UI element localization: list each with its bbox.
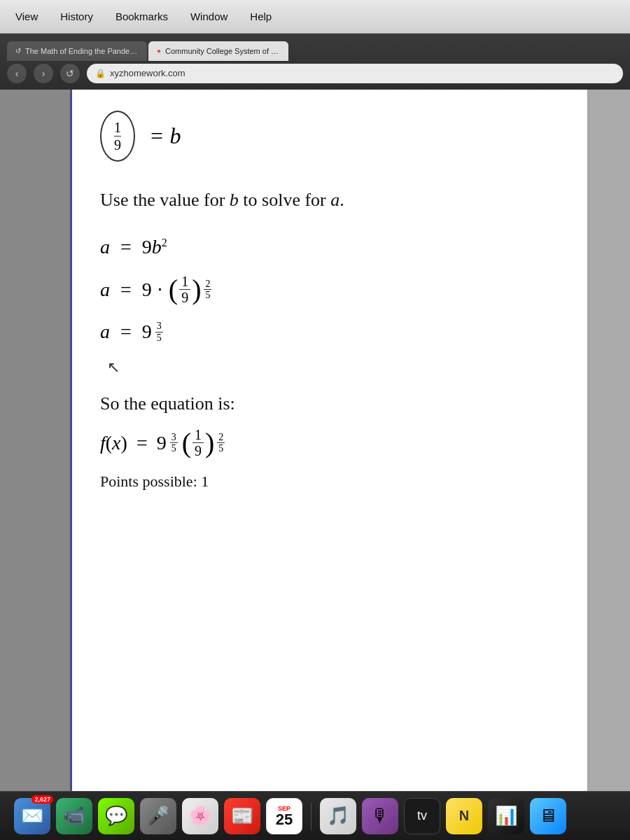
dock-messages[interactable]: 💬 [98, 798, 134, 834]
main-content: 1 9 = b Use the value for b to solve for… [0, 90, 630, 791]
address-text: xyzhomework.com [110, 68, 186, 78]
right-sidebar [588, 90, 630, 791]
dock-mail[interactable]: ✉️ 2,627 [14, 798, 50, 834]
equation-line-2: a = 9 ⋅ ( 1 9 ) 2 5 [100, 274, 559, 305]
calendar-inner: SEP 25 [276, 805, 293, 827]
arrow-cursor: ↖ [107, 358, 120, 376]
menu-window[interactable]: Window [186, 8, 232, 25]
tab-math[interactable]: ↺ The Math of Ending the Pandemic: Expon… [7, 41, 147, 61]
browser-toolbar: ‹ › ↺ 🔒 xyzhomework.com [7, 61, 623, 85]
close-paren-final: ) [205, 429, 214, 457]
sf-bot-5a: 5 [155, 332, 163, 343]
dock-separator [311, 802, 312, 830]
equation-line-3: a = 9 3 5 [100, 321, 559, 343]
menu-view[interactable]: View [11, 8, 42, 25]
content-panel: 1 9 = b Use the value for b to solve for… [70, 90, 588, 791]
var-a-3: a [100, 321, 110, 343]
refresh-button[interactable]: ↺ [60, 64, 80, 83]
sf-top-3f: 3 [170, 432, 178, 443]
back-button[interactable]: ‹ [7, 64, 27, 83]
formula-top: 1 9 = b [100, 104, 559, 162]
sf-bot-5: 5 [204, 290, 211, 300]
nine-mixed: 9 3 5 [142, 321, 163, 343]
equals-b: = b [149, 123, 181, 149]
cursor-indicator: ↖ [107, 358, 559, 377]
dock-podcasts[interactable]: 🎙 [362, 798, 398, 834]
menu-history[interactable]: History [56, 8, 97, 25]
finder-icon: 🖥 [539, 805, 557, 827]
dock-stocks[interactable]: 📊 [488, 798, 524, 834]
messages-icon: 💬 [105, 805, 127, 827]
points-possible: Points possible: 1 [100, 472, 559, 491]
close-paren: ) [192, 276, 201, 304]
siri-icon: 🎤 [147, 805, 169, 827]
podcasts-icon: 🎙 [371, 805, 389, 827]
tab-title-math: The Math of Ending the Pandemic: Expon..… [25, 47, 139, 55]
menu-bookmarks[interactable]: Bookmarks [111, 8, 172, 25]
music-icon: 🎵 [327, 805, 349, 827]
lock-icon: 🔒 [95, 69, 106, 78]
mail-icon: ✉️ [21, 805, 43, 827]
equals-3: = [115, 321, 136, 343]
dock-calendar[interactable]: SEP 25 [266, 798, 302, 834]
equals-1: = [115, 236, 136, 258]
sup-frac-2-5-final: 2 5 [217, 432, 225, 454]
nine-b-sq: 9b2 [142, 236, 167, 258]
dock-bar: ✉️ 2,627 📹 💬 🎤 🌸 📰 SEP 25 🎵 🎙 tv N 📊 🖥 [0, 791, 630, 840]
dock-appletv[interactable]: tv [404, 798, 440, 834]
dock-news[interactable]: 📰 [224, 798, 260, 834]
forward-button[interactable]: › [34, 64, 53, 83]
paren-frac-pow-final: ( 1 9 ) 2 5 [182, 427, 225, 458]
photos-icon: 🌸 [189, 805, 211, 827]
appletv-icon: tv [417, 808, 427, 823]
menubar: View History Bookmarks Window Help [0, 0, 630, 34]
so-equation-text: So the equation is: [100, 393, 559, 414]
frac-bot-9f: 9 [192, 443, 204, 458]
dock-music[interactable]: 🎵 [320, 798, 356, 834]
dock-notes[interactable]: N [446, 798, 482, 834]
final-equals: = [132, 432, 153, 454]
news-icon: 📰 [231, 805, 253, 827]
facetime-icon: 📹 [63, 805, 85, 827]
calendar-day: 25 [276, 812, 293, 827]
frac-top-1: 1 [179, 274, 190, 290]
frac-top-1f: 1 [192, 427, 204, 443]
nine-dot: 9 ⋅ [142, 278, 163, 301]
tab-favicon-math: ↺ [15, 47, 21, 55]
paren-frac-pow: ( 1 9 ) 2 5 [169, 274, 212, 305]
open-paren: ( [169, 276, 178, 304]
address-bar[interactable]: 🔒 xyzhomework.com [87, 64, 623, 83]
sup-frac-3-5-a: 3 5 [155, 321, 163, 343]
sf-top-3: 3 [155, 321, 163, 332]
final-equation: f(x) = 9 3 5 ( 1 9 ) [100, 427, 559, 458]
dock-photos[interactable]: 🌸 [182, 798, 218, 834]
browser-chrome: ↺ The Math of Ending the Pandemic: Expon… [0, 34, 630, 90]
sf-top-2f: 2 [217, 432, 225, 443]
var-a-1: a [100, 236, 110, 258]
nine-mixed-final: 9 3 5 [157, 432, 178, 454]
dock-siri[interactable]: 🎤 [140, 798, 176, 834]
fraction-line [114, 136, 121, 136]
fraction-numerator: 1 [114, 120, 121, 134]
menu-help[interactable]: Help [246, 8, 276, 25]
dock-finder[interactable]: 🖥 [530, 798, 566, 834]
sf-top-2: 2 [204, 279, 211, 290]
tab-community[interactable]: ● Community College System of New Ham... [148, 41, 288, 61]
open-paren-final: ( [182, 429, 191, 457]
stocks-icon: 📊 [495, 805, 517, 827]
sup-frac-2-5: 2 5 [204, 279, 211, 301]
sf-bot-5f: 5 [170, 443, 178, 454]
frac-bot-9: 9 [179, 290, 190, 305]
dock-facetime[interactable]: 📹 [56, 798, 92, 834]
var-a-2: a [100, 279, 110, 301]
notes-icon: N [459, 808, 469, 824]
math-section: 1 9 = b Use the value for b to solve for… [100, 104, 559, 491]
frac-1-9: 1 9 [179, 274, 190, 305]
frac-1-9-final: 1 9 [192, 427, 204, 458]
left-sidebar [0, 90, 70, 791]
fraction-1-9-paren: 1 9 [100, 111, 135, 162]
mail-badge: 2,627 [31, 795, 53, 804]
equals-2: = [115, 279, 136, 301]
sf-bot-5ff: 5 [217, 443, 225, 454]
sup-frac-3-5-final: 3 5 [170, 432, 178, 454]
